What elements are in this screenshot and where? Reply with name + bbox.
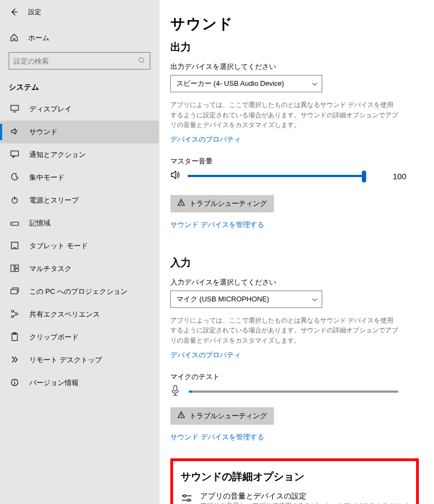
home-icon xyxy=(10,33,18,43)
sidebar-item-power[interactable]: 電源とスリープ xyxy=(0,189,159,212)
svg-point-27 xyxy=(14,380,15,381)
output-device-properties-link[interactable]: デバイスのプロパティ xyxy=(170,135,241,144)
remote-icon xyxy=(10,355,20,366)
sidebar-item-storage[interactable]: 記憶域 xyxy=(0,212,159,235)
svg-line-22 xyxy=(12,360,15,362)
sidebar-item-tablet[interactable]: タブレット モード xyxy=(0,235,159,257)
sidebar-item-projection[interactable]: この PC へのプロジェクション xyxy=(0,280,159,303)
input-device-value: マイク (USB MICROPHONE) xyxy=(176,294,269,304)
svg-point-1 xyxy=(139,58,143,62)
app-volume-subtitle: アプリの音量と、アプリで使用するスピーカーやデバイスをカスタマイズします。 xyxy=(200,501,409,504)
svg-rect-14 xyxy=(15,269,18,272)
master-volume-value: 100 xyxy=(380,172,406,181)
chevron-down-icon xyxy=(312,80,317,87)
troubleshoot-label: トラブルシューティング xyxy=(189,199,267,209)
master-volume-slider[interactable] xyxy=(188,175,364,177)
focus-icon xyxy=(10,173,20,183)
notification-icon xyxy=(10,150,20,160)
advanced-sound-highlight: サウンドの詳細オプション アプリの音量とデバイスの設定 アプリの音量と、アプリで… xyxy=(170,458,419,504)
svg-rect-5 xyxy=(11,151,18,156)
svg-point-9 xyxy=(12,223,13,224)
output-troubleshoot-button[interactable]: トラブルシューティング xyxy=(170,195,274,212)
sidebar-item-multitask[interactable]: マルチタスク xyxy=(0,257,159,280)
input-heading: 入力 xyxy=(170,256,419,270)
svg-line-24 xyxy=(15,360,17,362)
search-icon xyxy=(138,56,145,66)
display-icon xyxy=(10,105,20,114)
output-device-label: 出力デバイスを選択してください xyxy=(170,62,419,72)
page-title: サウンド xyxy=(170,14,419,34)
app-volume-icon xyxy=(181,492,193,504)
speaker-icon xyxy=(170,169,181,183)
svg-line-2 xyxy=(143,61,145,63)
slider-thumb[interactable] xyxy=(362,171,366,182)
output-device-combo[interactable]: スピーカー (4- USB Audio Device) xyxy=(170,75,322,92)
advanced-heading: サウンドの詳細オプション xyxy=(181,470,409,484)
main-content: サウンド 出力 出力デバイスを選択してください スピーカー (4- USB Au… xyxy=(159,0,434,504)
sidebar-item-focus[interactable]: 集中モード xyxy=(0,166,159,189)
app-volume-item[interactable]: アプリの音量とデバイスの設定 アプリの音量と、アプリで使用するスピーカーやデバイ… xyxy=(181,492,409,504)
troubleshoot-label: トラブルシューティング xyxy=(189,411,267,421)
svg-rect-30 xyxy=(174,386,177,391)
window-title: 設定 xyxy=(28,8,41,17)
sidebar-home[interactable]: ホーム xyxy=(0,28,159,48)
clipboard-icon xyxy=(10,332,20,343)
mic-icon xyxy=(170,385,181,399)
output-description: アプリによっては、ここで選択したものとは異なるサウンド デバイスを使用するように… xyxy=(170,100,398,130)
search-input[interactable] xyxy=(9,52,150,70)
power-icon xyxy=(10,196,20,206)
input-troubleshoot-button[interactable]: トラブルシューティング xyxy=(170,407,274,425)
input-device-label: 入力デバイスを選択してください xyxy=(170,278,419,287)
storage-icon xyxy=(10,219,20,228)
input-description: アプリによっては、ここで選択したものとは異なるサウンド デバイスを使用するように… xyxy=(170,316,398,346)
back-button[interactable] xyxy=(5,3,23,21)
input-device-combo[interactable]: マイク (USB MICROPHONE) xyxy=(170,291,322,308)
output-heading: 出力 xyxy=(170,40,419,54)
sidebar-item-display[interactable]: ディスプレイ xyxy=(0,98,159,121)
projection-icon xyxy=(10,287,20,297)
svg-point-18 xyxy=(16,313,18,315)
category-label: システム xyxy=(0,70,159,98)
sidebar-item-shared[interactable]: 共有エクスペリエンス xyxy=(0,303,159,326)
svg-point-36 xyxy=(183,494,186,496)
svg-point-38 xyxy=(188,499,190,501)
sidebar-item-clipboard[interactable]: クリップボード xyxy=(0,326,159,349)
svg-line-21 xyxy=(12,357,15,360)
sound-icon xyxy=(10,127,20,137)
titlebar: 設定 xyxy=(0,0,159,24)
input-device-properties-link[interactable]: デバイスのプロパティ xyxy=(170,350,241,360)
svg-rect-15 xyxy=(11,289,17,294)
mic-level-bar xyxy=(189,390,398,393)
chevron-down-icon xyxy=(312,296,317,303)
output-device-value: スピーカー (4- USB Audio Device) xyxy=(176,79,284,89)
sidebar-item-remote[interactable]: リモート デスクトップ xyxy=(0,349,159,371)
svg-rect-8 xyxy=(11,222,18,225)
manage-output-devices-link[interactable]: サウンド デバイスを管理する xyxy=(170,220,264,230)
svg-rect-12 xyxy=(11,265,14,272)
tablet-icon xyxy=(10,242,20,251)
svg-rect-3 xyxy=(11,105,18,110)
info-icon xyxy=(10,378,20,388)
sidebar-item-about[interactable]: バージョン情報 xyxy=(0,371,159,394)
shared-icon xyxy=(10,310,20,320)
multitask-icon xyxy=(10,264,20,274)
master-volume-label: マスター音量 xyxy=(170,156,419,166)
warning-icon xyxy=(177,411,185,420)
warning-icon xyxy=(177,199,185,208)
svg-point-34 xyxy=(181,416,181,417)
home-label: ホーム xyxy=(28,33,49,43)
svg-rect-13 xyxy=(15,265,18,268)
sidebar-item-sound[interactable]: サウンド xyxy=(0,121,159,143)
manage-input-devices-link[interactable]: サウンド デバイスを管理する xyxy=(170,432,264,442)
svg-point-29 xyxy=(181,204,181,205)
mic-test-label: マイクのテスト xyxy=(170,372,419,382)
search-field[interactable] xyxy=(14,57,138,65)
sidebar-item-notifications[interactable]: 通知とアクション xyxy=(0,143,159,166)
sidebar: 設定 ホーム システム ディスプレイ サウンド 通知とアクション 集中モード 電… xyxy=(0,0,159,504)
svg-line-23 xyxy=(15,357,17,360)
app-volume-title: アプリの音量とデバイスの設定 xyxy=(200,492,409,501)
